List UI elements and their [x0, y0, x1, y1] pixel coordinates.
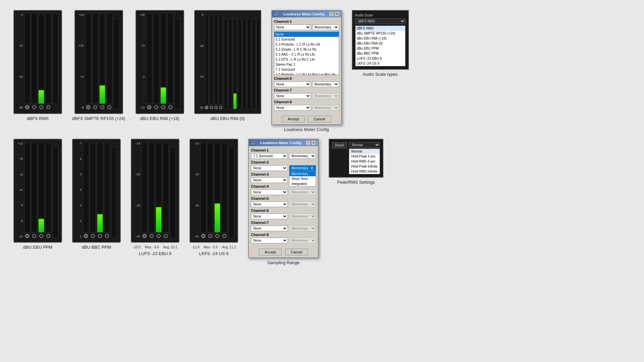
- radio-dot[interactable]: [105, 234, 109, 238]
- channel7-select[interactable]: None: [274, 93, 311, 99]
- radio-dot[interactable]: [201, 234, 205, 238]
- channel8-mode-row2[interactable]: Momentary: [289, 238, 316, 243]
- channel2-select-row2[interactable]: None: [251, 165, 288, 171]
- radio-dot[interactable]: [25, 234, 29, 238]
- list-item-71protools[interactable]: 7.1-Protools - L C R Lss Rss Lsr Rsr Lfe: [274, 72, 339, 75]
- list-item-51dts[interactable]: 5.1-DTS - L R Ls Rs C Lfe: [274, 57, 339, 62]
- radio-dot[interactable]: [215, 234, 219, 238]
- channel6-select-row2[interactable]: None: [251, 214, 288, 219]
- peak-rms-hold-peak-inf[interactable]: Hold Peak Infinite: [349, 164, 379, 169]
- audio-scale-list[interactable]: dBFS RMS dBu SMPTE RP155 (+24) dBu EBU R…: [355, 25, 406, 66]
- channel4-mode[interactable]: Momentary: [289, 189, 316, 195]
- radio-dot[interactable]: [164, 234, 168, 238]
- radio-dot[interactable]: [210, 106, 213, 109]
- channel4-select[interactable]: None: [251, 189, 288, 195]
- channel1-row2-controls: 7.1 Surround Momentary: [251, 153, 316, 159]
- channel1-mode-select-row1[interactable]: Momentary: [312, 24, 339, 30]
- radio-dot[interactable]: [100, 105, 104, 109]
- peak-rms-hold-rms-inf[interactable]: Hold RMS Infinite: [349, 169, 379, 174]
- scale-option-lufs-23[interactable]: LUFS -23 EBU 9: [356, 56, 405, 61]
- radio-dot[interactable]: [98, 234, 102, 238]
- channel5-row: None Momentary: [251, 201, 316, 207]
- list-item-51aac[interactable]: 5.1-AAC - C L R Ls Rs Lfe: [274, 52, 339, 57]
- channel1-mode-row2[interactable]: Momentary: [289, 153, 316, 159]
- dropdown-item-shortterm[interactable]: Short-Term: [289, 176, 316, 181]
- radio-dot[interactable]: [84, 234, 88, 238]
- cancel-btn-row2[interactable]: Cancel: [285, 249, 308, 255]
- radio-dot[interactable]: [205, 106, 208, 109]
- peak-rms-hold-rms-4[interactable]: Hold RMS 4 sec: [349, 159, 379, 164]
- channel8-select-row2[interactable]: None: [251, 238, 288, 243]
- list-item-71surround[interactable]: 7.1 Surround: [274, 67, 339, 72]
- accept-btn-row2[interactable]: Accept: [259, 249, 282, 255]
- list-item-51smpte[interactable]: 5.1-Smpte - L R C lfe Ls Rs: [274, 47, 339, 52]
- radio-dot[interactable]: [25, 105, 29, 109]
- scale-option-dbu-bbc-ppm[interactable]: dBu BBC PPM: [356, 51, 405, 56]
- channel6-select[interactable]: None: [274, 81, 311, 87]
- peak-rms-list[interactable]: Normal Hold Peak 4 sec Hold RMS 4 sec Ho…: [349, 148, 380, 174]
- radio-dot[interactable]: [32, 105, 36, 109]
- dropdown-item-momentary[interactable]: Momentary: [289, 171, 316, 176]
- channel3-select[interactable]: None: [251, 177, 288, 183]
- radio-dot[interactable]: [32, 234, 36, 238]
- scale-option-dbu-ebu-0[interactable]: dBu EBU R68 (0): [356, 41, 405, 46]
- radio-dot[interactable]: [39, 234, 43, 238]
- radio-dot[interactable]: [39, 105, 43, 109]
- channel7-mode[interactable]: Momentary: [312, 93, 339, 99]
- radio-dot[interactable]: [46, 105, 50, 109]
- channel-listbox-row1[interactable]: None 5.1 Surround 5.1-Protools - L C R L…: [274, 32, 339, 75]
- channel5-select[interactable]: None: [251, 201, 288, 207]
- radio-dot[interactable]: [222, 234, 226, 238]
- radio-dot[interactable]: [93, 105, 97, 109]
- list-item-51protools[interactable]: 5.1-Protools - L C R Ls Rs Lfe: [274, 42, 339, 47]
- channel1-select-row1[interactable]: None: [274, 24, 311, 30]
- channel8-mode[interactable]: Momentary: [312, 105, 339, 111]
- radio-dot[interactable]: [107, 105, 111, 109]
- channel2-mode-btn[interactable]: Momentary ▼: [289, 165, 316, 171]
- meter-panel-dbu-bbc-ppm: 7 6 5 4 3 2 1: [72, 139, 121, 243]
- channel7-mode-row2[interactable]: Momentary: [289, 226, 316, 231]
- radio-dot[interactable]: [154, 105, 158, 109]
- radio-dot[interactable]: [86, 105, 90, 109]
- radio-dot[interactable]: [219, 106, 222, 109]
- mode-dropdown-popup[interactable]: Momentary Short-Term Integrated: [289, 171, 316, 187]
- accept-btn-row1[interactable]: Accept: [282, 116, 305, 122]
- dropdown-item-integrated[interactable]: Integrated: [289, 181, 316, 186]
- radio-dot[interactable]: [147, 105, 151, 109]
- radio-dot[interactable]: [157, 234, 161, 238]
- scale-option-dbu-ebu-18[interactable]: dBu EBU R68 (+18): [356, 36, 405, 41]
- channel1-select-row2[interactable]: 7.1 Surround: [251, 153, 288, 159]
- scale-option-dbu-ebu-ppm[interactable]: dBu EBU PPM: [356, 46, 405, 51]
- list-item-stereopair[interactable]: Stereo Pair 1: [274, 62, 339, 67]
- cancel-btn-row1[interactable]: Cancel: [308, 116, 331, 122]
- peak-rms-select[interactable]: Normal: [349, 142, 380, 148]
- channel6-mode-row2[interactable]: Momentary: [289, 214, 316, 219]
- radio-dot[interactable]: [161, 105, 165, 109]
- dialog-help-btn[interactable]: ?: [329, 12, 334, 16]
- scale-option-dbfs-rms[interactable]: dBFS RMS: [356, 26, 405, 31]
- channel7-select-row2[interactable]: None: [251, 226, 288, 231]
- radio-dot[interactable]: [150, 234, 154, 238]
- radio-dot[interactable]: [91, 234, 95, 238]
- radio-dot[interactable]: [143, 234, 147, 238]
- radio-dot[interactable]: [168, 105, 172, 109]
- channel6-mode[interactable]: Momentary: [312, 81, 339, 87]
- bar-col: [104, 142, 110, 238]
- radio-dot[interactable]: [208, 234, 212, 238]
- scale-option-lkfs-24[interactable]: LKFS -24 US 9: [356, 61, 405, 66]
- list-item-51surround[interactable]: 5.1 Surround: [274, 37, 339, 42]
- reset-btn[interactable]: Reset: [332, 142, 347, 148]
- dialog-close-btn[interactable]: ✕: [334, 12, 339, 16]
- radio-dot[interactable]: [46, 234, 50, 238]
- channel5-mode[interactable]: Momentary: [289, 201, 316, 207]
- list-item-none[interactable]: None: [274, 32, 339, 37]
- dialog-help-btn-row2[interactable]: ?: [306, 140, 311, 145]
- dialog-close-btn-row2[interactable]: ✕: [311, 140, 316, 145]
- scale-option-dbu-smpte[interactable]: dBu SMPTE RP155 (+24): [356, 31, 405, 36]
- peak-rms-hold-peak-4[interactable]: Hold Peak 4 sec: [349, 154, 379, 159]
- audio-scale-select[interactable]: dBFS RMS: [355, 18, 406, 24]
- radio-dot[interactable]: [214, 106, 218, 109]
- peak-rms-normal[interactable]: Normal: [349, 149, 379, 154]
- scale-label: Tst: [197, 75, 204, 78]
- channel8-select[interactable]: None: [274, 105, 311, 111]
